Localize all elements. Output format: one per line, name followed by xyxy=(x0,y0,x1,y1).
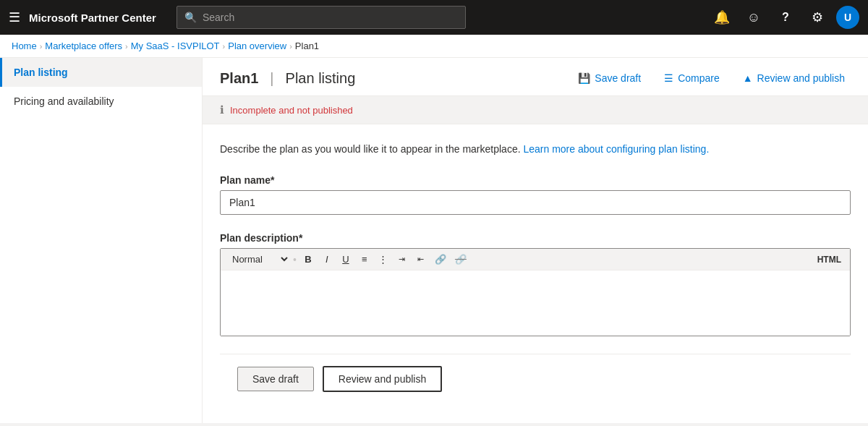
plan-description-field-group: Plan description* Normal Heading 1 Headi… xyxy=(220,232,851,336)
header-actions: 💾 Save draft ☰ Compare ▲ Review and publ… xyxy=(572,69,851,87)
sidebar-item-pricing-label: Pricing and availability xyxy=(14,95,114,107)
rte-unordered-list-button[interactable]: ⋮ xyxy=(375,252,392,267)
sidebar-item-plan-listing-label: Plan listing xyxy=(14,67,68,78)
sidebar-item-plan-listing[interactable]: Plan listing xyxy=(0,58,202,87)
breadcrumb-sep-2: › xyxy=(125,42,128,51)
status-icon: ℹ xyxy=(220,103,224,116)
main-layout: Plan listing Pricing and availability Pl… xyxy=(0,58,868,423)
settings-button[interactable]: ⚙ xyxy=(804,4,830,30)
save-draft-button[interactable]: Save draft xyxy=(237,367,314,391)
breadcrumb: Home › Marketplace offers › My SaaS - IS… xyxy=(0,35,868,58)
page-header: Plan1 | Plan listing 💾 Save draft ☰ Comp… xyxy=(203,58,868,96)
breadcrumb-home[interactable]: Home xyxy=(12,41,37,51)
breadcrumb-saas[interactable]: My SaaS - ISVPILOT xyxy=(131,41,220,51)
rte-html-toggle[interactable]: HTML xyxy=(814,253,844,266)
learn-more-link[interactable]: Learn more about configuring plan listin… xyxy=(523,143,709,155)
rte-sep-1: • xyxy=(293,254,297,265)
compare-icon: ☰ xyxy=(664,72,673,84)
rte-indent-button[interactable]: ⇥ xyxy=(393,252,411,266)
main-content: Plan1 | Plan listing 💾 Save draft ☰ Comp… xyxy=(203,58,868,423)
plan-name-input[interactable] xyxy=(220,190,851,215)
plan-name-field-group: Plan name* xyxy=(220,174,851,215)
notifications-button[interactable]: 🔔 xyxy=(709,4,735,30)
rte-bold-button[interactable]: B xyxy=(299,252,317,267)
content-description: Describe the plan as you would like it t… xyxy=(220,142,851,157)
search-icon: 🔍 xyxy=(184,12,197,23)
app-title: Microsoft Partner Center xyxy=(29,12,156,24)
hamburger-menu-button[interactable]: ☰ xyxy=(9,9,20,25)
description-text: Describe the plan as you would like it t… xyxy=(220,143,521,155)
page-subtitle: Plan listing xyxy=(286,70,356,87)
rte-ordered-list-button[interactable]: ≡ xyxy=(356,252,373,267)
rte-unlink-button[interactable]: 🔗 xyxy=(451,252,470,267)
rte-italic-button[interactable]: I xyxy=(318,252,336,267)
rte-format-select[interactable]: Normal Heading 1 Heading 2 Heading 3 xyxy=(226,252,290,267)
review-publish-icon: ▲ xyxy=(743,72,753,84)
top-navigation: ☰ Microsoft Partner Center 🔍 🔔 ☺ ? ⚙ U xyxy=(0,0,868,35)
feedback-button[interactable]: ☺ xyxy=(741,4,767,30)
status-text: Incomplete and not published xyxy=(230,105,353,116)
bottom-actions: Save draft Review and publish xyxy=(220,354,851,404)
breadcrumb-sep-3: › xyxy=(223,42,226,51)
rte-underline-button[interactable]: U xyxy=(337,252,354,267)
rte-link-button[interactable]: 🔗 xyxy=(431,252,450,267)
breadcrumb-current: Plan1 xyxy=(295,41,319,51)
plan-name-label: Plan name* xyxy=(220,174,851,186)
review-publish-header-label: Review and publish xyxy=(757,72,845,84)
sidebar-item-pricing[interactable]: Pricing and availability xyxy=(0,87,202,116)
topnav-icon-group: 🔔 ☺ ? ⚙ U xyxy=(709,4,859,30)
rte-toolbar: Normal Heading 1 Heading 2 Heading 3 • B… xyxy=(221,249,850,270)
help-button[interactable]: ? xyxy=(773,4,799,30)
page-title: Plan1 xyxy=(220,70,258,87)
breadcrumb-marketplace-offers[interactable]: Marketplace offers xyxy=(45,41,122,51)
status-bar: ℹ Incomplete and not published xyxy=(203,96,868,124)
search-box: 🔍 xyxy=(176,6,466,29)
plan-description-label: Plan description* xyxy=(220,232,851,244)
content-area: Describe the plan as you would like it t… xyxy=(203,124,868,421)
search-input[interactable] xyxy=(203,12,458,23)
breadcrumb-plan-overview[interactable]: Plan overview xyxy=(228,41,286,51)
compare-button[interactable]: ☰ Compare xyxy=(658,69,726,87)
save-draft-header-label: Save draft xyxy=(595,72,641,84)
compare-label: Compare xyxy=(678,72,720,84)
review-publish-button[interactable]: Review and publish xyxy=(323,366,442,392)
review-publish-header-button[interactable]: ▲ Review and publish xyxy=(737,69,851,87)
page-title-separator: | xyxy=(270,70,273,87)
breadcrumb-sep-4: › xyxy=(289,42,292,51)
rte-body[interactable] xyxy=(221,270,850,336)
avatar[interactable]: U xyxy=(836,6,859,29)
save-draft-header-button[interactable]: 💾 Save draft xyxy=(572,69,647,87)
breadcrumb-sep-1: › xyxy=(40,42,43,51)
sidebar: Plan listing Pricing and availability xyxy=(0,58,203,423)
rich-text-editor: Normal Heading 1 Heading 2 Heading 3 • B… xyxy=(220,248,851,336)
rte-outdent-button[interactable]: ⇤ xyxy=(412,252,430,266)
save-draft-icon: 💾 xyxy=(578,72,590,84)
